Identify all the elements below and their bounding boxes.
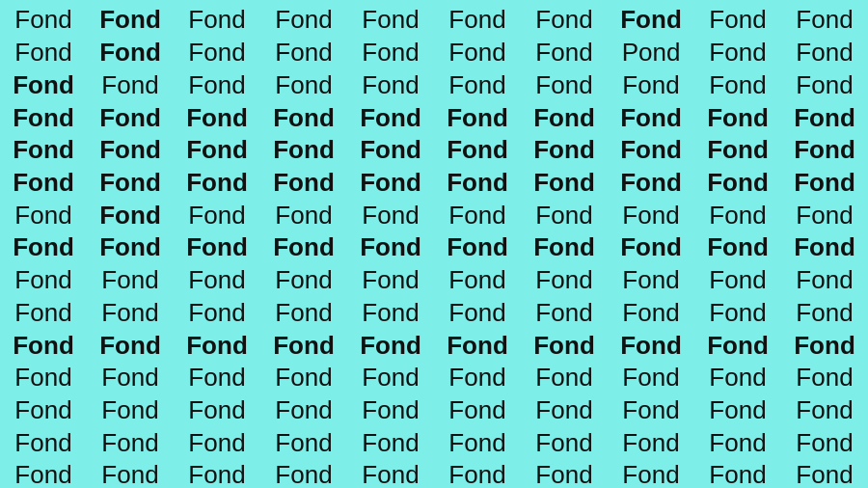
word-cell: Fond bbox=[694, 134, 781, 167]
word-cell: Fond bbox=[434, 264, 521, 297]
word-cell: Fond bbox=[0, 4, 87, 37]
word-cell: Fond bbox=[0, 426, 87, 459]
word-cell: Fond bbox=[0, 101, 87, 134]
word-cell: Fond bbox=[174, 231, 260, 264]
word-cell: Fond bbox=[521, 459, 608, 488]
word-cell: Fond bbox=[0, 167, 87, 200]
word-cell: Fond bbox=[347, 101, 434, 134]
word-cell: Fond bbox=[694, 426, 781, 459]
word-cell: Fond bbox=[347, 37, 434, 69]
word-cell: Fond bbox=[608, 264, 694, 297]
word-cell: Fond bbox=[347, 231, 434, 264]
word-cell: Fond bbox=[174, 426, 260, 459]
word-cell: Fond bbox=[521, 199, 608, 231]
word-cell: Fond bbox=[781, 4, 868, 37]
word-cell: Fond bbox=[434, 362, 521, 394]
word-cell: Fond bbox=[260, 296, 347, 329]
word-cell: Fond bbox=[694, 101, 781, 134]
word-cell: Fond bbox=[781, 167, 868, 200]
word-cell: Fond bbox=[260, 37, 347, 69]
word-cell: Fond bbox=[174, 37, 260, 69]
word-cell: Fond bbox=[0, 329, 87, 362]
word-cell: Fond bbox=[174, 4, 260, 37]
word-cell: Fond bbox=[521, 426, 608, 459]
word-cell: Fond bbox=[694, 329, 781, 362]
word-cell: Fond bbox=[434, 394, 521, 427]
word-cell: Fond bbox=[521, 4, 608, 37]
word-cell: Fond bbox=[347, 264, 434, 297]
word-grid: FondFondFondFondFondFondFondFondFondFond… bbox=[0, 0, 868, 488]
word-cell: Fond bbox=[608, 329, 694, 362]
word-cell: Fond bbox=[0, 394, 87, 427]
word-cell: Fond bbox=[174, 329, 260, 362]
word-cell: Fond bbox=[608, 362, 694, 394]
word-cell: Fond bbox=[521, 394, 608, 427]
word-cell: Fond bbox=[87, 459, 174, 488]
word-cell: Fond bbox=[0, 199, 87, 231]
word-cell: Fond bbox=[260, 394, 347, 427]
word-cell: Fond bbox=[608, 231, 694, 264]
word-cell: Fond bbox=[781, 231, 868, 264]
word-cell: Fond bbox=[174, 101, 260, 134]
word-cell: Fond bbox=[0, 134, 87, 167]
word-cell: Fond bbox=[260, 167, 347, 200]
word-cell: Fond bbox=[174, 68, 260, 101]
word-cell: Fond bbox=[87, 101, 174, 134]
word-cell: Fond bbox=[87, 296, 174, 329]
word-cell: Fond bbox=[260, 264, 347, 297]
word-cell: Fond bbox=[87, 394, 174, 427]
word-cell: Fond bbox=[347, 394, 434, 427]
word-cell: Fond bbox=[781, 394, 868, 427]
word-cell: Fond bbox=[608, 459, 694, 488]
word-cell: Fond bbox=[694, 4, 781, 37]
word-cell: Fond bbox=[521, 231, 608, 264]
word-cell: Fond bbox=[174, 362, 260, 394]
word-cell: Fond bbox=[87, 426, 174, 459]
word-cell: Fond bbox=[174, 459, 260, 488]
word-cell: Fond bbox=[0, 296, 87, 329]
word-cell: Fond bbox=[0, 37, 87, 69]
word-cell: Fond bbox=[521, 101, 608, 134]
word-cell: Fond bbox=[781, 134, 868, 167]
word-cell: Fond bbox=[608, 4, 694, 37]
word-cell: Fond bbox=[781, 459, 868, 488]
word-cell: Fond bbox=[608, 134, 694, 167]
word-cell: Fond bbox=[694, 199, 781, 231]
word-cell: Fond bbox=[260, 231, 347, 264]
word-cell: Pond bbox=[608, 37, 694, 69]
word-cell: Fond bbox=[781, 426, 868, 459]
word-cell: Fond bbox=[434, 426, 521, 459]
word-cell: Fond bbox=[434, 4, 521, 37]
word-cell: Fond bbox=[608, 426, 694, 459]
word-cell: Fond bbox=[347, 362, 434, 394]
word-cell: Fond bbox=[347, 167, 434, 200]
word-cell: Fond bbox=[0, 264, 87, 297]
word-cell: Fond bbox=[694, 296, 781, 329]
word-cell: Fond bbox=[87, 231, 174, 264]
word-cell: Fond bbox=[694, 231, 781, 264]
word-cell: Fond bbox=[174, 167, 260, 200]
word-cell: Fond bbox=[260, 459, 347, 488]
word-cell: Fond bbox=[87, 68, 174, 101]
word-cell: Fond bbox=[260, 362, 347, 394]
word-cell: Fond bbox=[521, 296, 608, 329]
word-cell: Fond bbox=[434, 101, 521, 134]
word-cell: Fond bbox=[347, 68, 434, 101]
word-cell: Fond bbox=[434, 231, 521, 264]
word-cell: Fond bbox=[0, 459, 87, 488]
word-cell: Fond bbox=[781, 329, 868, 362]
word-cell: Fond bbox=[521, 329, 608, 362]
word-cell: Fond bbox=[694, 37, 781, 69]
word-cell: Fond bbox=[87, 264, 174, 297]
word-cell: Fond bbox=[781, 296, 868, 329]
word-cell: Fond bbox=[781, 68, 868, 101]
word-cell: Fond bbox=[174, 134, 260, 167]
word-cell: Fond bbox=[694, 167, 781, 200]
word-cell: Fond bbox=[521, 362, 608, 394]
word-cell: Fond bbox=[87, 37, 174, 69]
word-cell: Fond bbox=[434, 329, 521, 362]
word-cell: Fond bbox=[260, 68, 347, 101]
word-cell: Fond bbox=[608, 101, 694, 134]
word-cell: Fond bbox=[260, 199, 347, 231]
word-cell: Fond bbox=[0, 68, 87, 101]
